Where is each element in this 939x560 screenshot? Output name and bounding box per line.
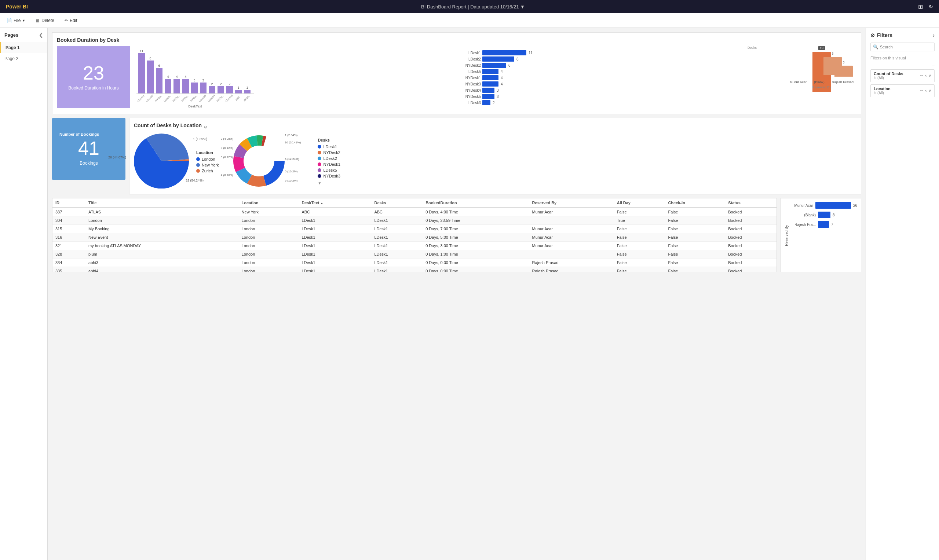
pie-svg	[134, 134, 189, 189]
search-icon: 🔍	[873, 45, 879, 49]
col-desks[interactable]: Desks	[371, 198, 423, 208]
svg-rect-4	[156, 68, 163, 94]
kpi-duration-label: Booked Duration in Hours	[68, 85, 119, 91]
topbar: Power BI BI DashBoard Report | Data upda…	[0, 0, 939, 13]
svg-rect-0	[138, 53, 145, 94]
svg-rect-20	[226, 86, 233, 94]
pie-chart-section: 1 (1.69%) 26 (44.07%) 32 (54.24%) Locati…	[134, 134, 856, 189]
svg-text:NYDe..: NYDe..	[172, 94, 180, 102]
svg-text:3: 3	[202, 78, 204, 82]
legend-zurich: Zurich	[196, 169, 219, 173]
svg-text:8: 8	[149, 57, 151, 60]
reserved-by-labels: Munur Acar (Blank) Rajesh Prasad	[787, 80, 856, 84]
svg-text:6: 6	[158, 64, 160, 68]
col-status[interactable]: Status	[725, 198, 776, 208]
reserved-by-bars: 19 5 3	[787, 46, 856, 77]
table-row: 321my booking ATLAS MONDAYLondonLDesk1LD…	[52, 242, 776, 250]
horizontal-bar-chart: LDesk1 11 LDesk2 8 NYDesk2 6	[461, 50, 779, 105]
svg-text:LDesk3: LDesk3	[198, 94, 207, 103]
filter-location-delete-icon[interactable]: ×	[925, 88, 927, 93]
desks-legend-expand[interactable]: ▼	[318, 181, 340, 185]
filter-more-icon[interactable]: ···	[870, 63, 934, 67]
svg-text:LDesk..: LDesk..	[163, 94, 172, 103]
count-of-desks-section: Count of Desks by Location ⊘ 1 (1.69%) 2…	[129, 118, 861, 194]
reserved-by-section: 19 5 3 Munur Acar	[783, 46, 856, 89]
filter-delete-icon[interactable]: ×	[925, 73, 927, 78]
bar-chart-section: 11 8 6 4 4	[135, 46, 453, 109]
bar-chart-svg: 11 8 6 4 4	[135, 46, 259, 108]
svg-rect-12	[191, 83, 198, 94]
filter-location[interactable]: Location is (All) ✏ × ∨	[870, 85, 934, 97]
filter-icon[interactable]: ⊘	[204, 125, 207, 129]
col-all-day[interactable]: All Day	[614, 198, 665, 208]
svg-text:DeskText: DeskText	[188, 105, 202, 108]
svg-text:ABC: ABC	[235, 95, 241, 102]
sidebar-item-page1[interactable]: Page 1	[0, 42, 47, 53]
hbar-row: NYDesk1 4	[461, 75, 779, 80]
table-row: 337ATLASNew YorkABCABC0 Days, 4:00 TimeM…	[52, 208, 776, 216]
legend-ldesk2: LDesk2	[318, 156, 340, 161]
reserved-by-axis-label: Reserved By	[787, 85, 856, 89]
table-body: 337ATLASNew YorkABCABC0 Days, 4:00 TimeM…	[52, 208, 776, 272]
svg-text:1: 1	[237, 86, 239, 89]
right-bar-section: Reserved By Munur Acar 26 (Blank) 8 Raje…	[780, 198, 861, 272]
svg-rect-22	[235, 90, 242, 94]
layout-options[interactable]: ⊞	[918, 3, 923, 10]
hbar-row: NYDesk3 4	[461, 82, 779, 86]
filters-expand-icon[interactable]: ›	[933, 32, 934, 38]
svg-text:2: 2	[228, 82, 230, 86]
hbar-row: LDesk1 11	[461, 50, 779, 55]
refresh-button[interactable]: ↻	[929, 4, 933, 9]
col-reserved-by[interactable]: Reserved By	[529, 198, 614, 208]
reserved-by-bar-3: 3	[834, 60, 853, 77]
kpi-duration-number: 23	[83, 63, 104, 83]
desks-legend-items: LDesk1 NYDesk2 LDesk2	[318, 145, 340, 185]
table-row: 316New EventLondonLDesk1LDesk10 Days, 5:…	[52, 233, 776, 242]
hbar-section: Desks LDesk1 11 LDesk2 8	[457, 46, 779, 105]
location-legend: Location London New York	[196, 150, 219, 173]
sidebar-item-page2[interactable]: Page 2	[0, 53, 47, 64]
filter-location-edit-icon[interactable]: ✏	[920, 88, 923, 93]
svg-text:NYDe..: NYDe..	[216, 94, 224, 102]
collapse-icon[interactable]: ❮	[39, 32, 43, 38]
col-location[interactable]: Location	[239, 198, 299, 208]
legend-newyork: New York	[196, 163, 219, 167]
file-button[interactable]: 📄 File ▼	[5, 17, 28, 25]
main-layout: Pages ❮ Page 1 Page 2 Booked Duration by…	[0, 28, 939, 560]
file-icon: 📄	[6, 18, 12, 23]
legend-items: London New York Zurich	[196, 157, 219, 173]
svg-text:2: 2	[211, 82, 213, 86]
col-title[interactable]: Title	[85, 198, 239, 208]
col-id[interactable]: ID	[52, 198, 85, 208]
booked-duration-title: Booked Duration by Desk	[57, 37, 856, 43]
svg-text:NYDe..: NYDe..	[189, 94, 198, 102]
pages-label: Pages	[5, 32, 18, 38]
legend-nydesk1: NYDesk1	[318, 162, 340, 166]
table-scroll[interactable]: ID Title Location DeskText Desks BookedD…	[52, 198, 776, 272]
filter-edit-icon[interactable]: ✏	[920, 73, 923, 78]
sidebar: Pages ❮ Page 1 Page 2	[0, 28, 48, 560]
col-check-in[interactable]: Check-In	[665, 198, 725, 208]
svg-text:4: 4	[185, 75, 186, 78]
bookings-section-title: Number of Bookings	[59, 132, 99, 137]
file-chevron: ▼	[22, 19, 25, 22]
col-desktext[interactable]: DeskText	[299, 198, 371, 208]
table-row: 328plumLondonLDesk1LDesk10 Days, 1:00 Ti…	[52, 250, 776, 258]
filter-count-of-desks[interactable]: Count of Desks is (All) ✏ × ∨	[870, 69, 934, 82]
search-input[interactable]	[880, 45, 932, 49]
svg-text:LDesk6: LDesk6	[225, 94, 233, 103]
svg-rect-14	[200, 83, 206, 94]
filter-location-chevron-icon[interactable]: ∨	[928, 88, 931, 93]
kpi-bookings: Number of Bookings 41 Bookings	[52, 118, 125, 180]
col-booked-duration[interactable]: BookedDuration	[423, 198, 529, 208]
svg-rect-6	[165, 79, 171, 94]
legend-ldesk5: LDesk5	[318, 168, 340, 172]
desks-legend-title: Desks	[318, 138, 340, 142]
right-bar-row-3: Rajesh Pra... 7	[792, 221, 857, 228]
filter-chevron-icon[interactable]: ∨	[928, 73, 931, 78]
report-title: BI DashBoard Report | Data updated 10/16…	[34, 4, 912, 9]
svg-text:11: 11	[140, 49, 143, 53]
edit-button[interactable]: ✏ Edit	[62, 17, 80, 25]
delete-button[interactable]: 🗑 Delete	[33, 17, 57, 25]
svg-text:3: 3	[193, 78, 195, 82]
